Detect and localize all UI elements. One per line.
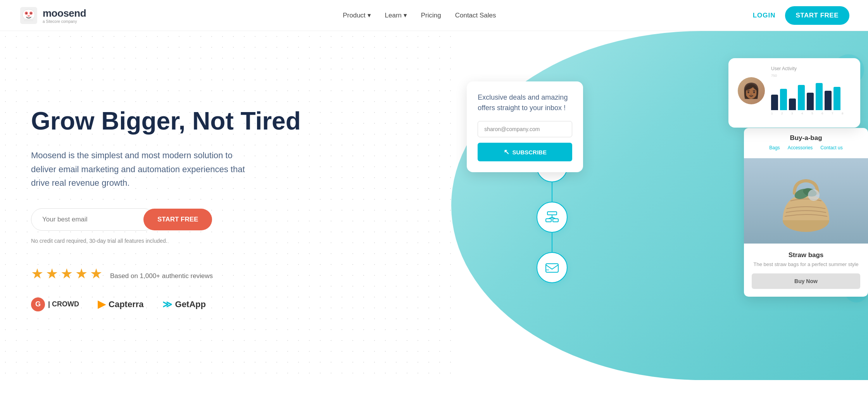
x-label-5: 5 — [811, 112, 821, 115]
g2-icon: G — [31, 297, 45, 311]
chart-x-labels: 1 2 3 4 5 6 7 8 — [771, 112, 851, 115]
buy-now-button[interactable]: Buy Now — [752, 273, 860, 289]
star-4: ★ — [75, 266, 88, 282]
nav-actions: LOGIN START FREE — [753, 6, 849, 25]
nav-contact[interactable]: Contact Sales — [455, 12, 496, 19]
subscribe-button[interactable]: ↖ SUBSCRIBE — [478, 143, 572, 161]
svg-point-7 — [28, 15, 30, 17]
login-button[interactable]: LOGIN — [753, 12, 776, 19]
bar-6 — [816, 83, 823, 110]
hero-form: START FREE — [31, 208, 420, 231]
shop-nav-accessories[interactable]: Accessories — [788, 145, 813, 150]
logo: moosend a Sitecore company — [19, 5, 86, 26]
star-rating: ★ ★ ★ ★ ★ — [31, 266, 102, 282]
logo-text: moosend a Sitecore company — [43, 7, 86, 24]
shop-product-name: Straw bags — [752, 251, 860, 259]
svg-rect-10 — [546, 219, 551, 222]
star-1: ★ — [31, 266, 43, 282]
review-text: Based on 1,000+ authentic reviews — [110, 272, 213, 280]
hero-section: Grow Bigger, Not Tired Moosend is the si… — [0, 31, 868, 380]
brand-name: moosend — [43, 7, 86, 19]
svg-point-20 — [808, 189, 820, 201]
hero-illustration: Exclusive deals and amazing offers strai… — [451, 50, 868, 361]
getapp-icon: ≫ — [162, 299, 172, 310]
nav-learn[interactable]: Learn ▾ — [385, 11, 407, 19]
shop-nav: Bags Accessories Contact us — [752, 145, 860, 150]
avatar-face: 👩🏾 — [742, 82, 760, 99]
subscribe-label: SUBSCRIBE — [513, 149, 547, 156]
email-card-title: Exclusive deals and amazing offers strai… — [478, 92, 572, 113]
hero-title: Grow Bigger, Not Tired — [31, 107, 420, 135]
capterra-label: Capterra — [109, 299, 143, 309]
x-label-8: 8 — [842, 112, 851, 115]
capterra-icon: ▶ — [98, 298, 105, 310]
user-activity-card: 👩🏾 User Activity 750 — [728, 58, 860, 128]
hero-description: Moosend is the simplest and most modern … — [31, 149, 248, 190]
avatar: 👩🏾 — [738, 77, 765, 104]
navbar: moosend a Sitecore company Product ▾ Lea… — [0, 0, 868, 31]
svg-rect-15 — [546, 264, 558, 272]
badges: G | CROWD ▶ Capterra ≫ GetApp — [31, 297, 420, 311]
hero-email-input[interactable] — [31, 208, 155, 231]
star-5: ★ — [90, 266, 102, 282]
svg-rect-9 — [547, 212, 557, 215]
shop-nav-contact[interactable]: Contact us — [820, 145, 842, 150]
shop-card-header: Buy-a-bag Bags Accessories Contact us — [744, 128, 868, 158]
flow-line-2 — [552, 233, 552, 252]
svg-point-1 — [22, 9, 35, 20]
chart-title: User Activity — [771, 66, 851, 71]
email-card-input[interactable] — [478, 121, 572, 137]
svg-point-5 — [31, 12, 32, 14]
bar-7 — [825, 91, 832, 110]
hero-note: No credit card required, 30-day trial al… — [31, 238, 420, 244]
activity-header: 👩🏾 User Activity 750 — [738, 66, 851, 115]
x-label-6: 6 — [821, 112, 831, 115]
star-3: ★ — [60, 266, 73, 282]
x-label-2: 2 — [781, 112, 790, 115]
shop-product-image — [744, 158, 868, 244]
x-label-7: 7 — [832, 112, 841, 115]
shop-brand: Buy-a-bag — [752, 134, 860, 142]
flow-line-1 — [552, 182, 552, 202]
chart-area: User Activity 750 — [771, 66, 851, 115]
g2-label: | CROWD — [48, 300, 79, 308]
shop-nav-bags[interactable]: Bags — [769, 145, 780, 150]
getapp-badge: ≫ GetApp — [162, 299, 206, 310]
x-label-4: 4 — [801, 112, 811, 115]
bar-5 — [807, 93, 814, 110]
logo-icon — [19, 5, 39, 26]
bar-1 — [771, 95, 778, 110]
g2-badge: G | CROWD — [31, 297, 79, 311]
bar-chart — [771, 79, 851, 110]
nav-product[interactable]: Product ▾ — [343, 11, 371, 19]
capterra-badge: ▶ Capterra — [98, 298, 143, 310]
flow-node-workflow — [537, 202, 568, 233]
svg-rect-11 — [553, 219, 558, 222]
nav-links: Product ▾ Learn ▾ Pricing Contact Sales — [343, 11, 496, 19]
shop-product-desc: The best straw bags for a perfect summer… — [752, 261, 860, 267]
x-label-1: 1 — [771, 112, 780, 115]
x-label-3: 3 — [791, 112, 801, 115]
flow-node-send — [537, 252, 568, 283]
hero-right: Exclusive deals and amazing offers strai… — [451, 31, 868, 380]
y-label-1: 750 — [771, 74, 777, 78]
nav-pricing[interactable]: Pricing — [421, 12, 441, 19]
svg-point-4 — [26, 12, 27, 14]
email-card: Exclusive deals and amazing offers strai… — [467, 81, 583, 172]
bar-3 — [789, 99, 796, 110]
bar-8 — [833, 87, 840, 110]
bar-2 — [780, 89, 787, 110]
hero-start-button[interactable]: START FREE — [143, 209, 212, 230]
shop-card-body: Straw bags The best straw bags for a per… — [744, 244, 868, 297]
start-free-button-nav[interactable]: START FREE — [785, 6, 849, 25]
getapp-label: GetApp — [175, 299, 206, 309]
rating-row: ★ ★ ★ ★ ★ Based on 1,000+ authentic revi… — [31, 266, 420, 287]
hero-left: Grow Bigger, Not Tired Moosend is the si… — [0, 31, 451, 380]
cursor-icon: ↖ — [504, 148, 509, 156]
bar-4 — [798, 85, 805, 110]
shop-card: Buy-a-bag Bags Accessories Contact us — [744, 128, 868, 297]
brand-tagline: a Sitecore company — [43, 19, 86, 24]
star-2: ★ — [46, 266, 58, 282]
